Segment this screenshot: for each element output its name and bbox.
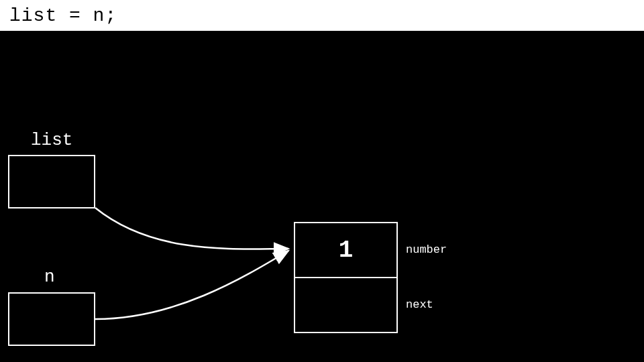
node-number-field-label: number <box>406 243 447 256</box>
pointer-n-box <box>8 292 95 346</box>
pointer-list-box <box>8 155 95 208</box>
node-next-cell <box>295 278 396 332</box>
diagram-canvas: list n 1 number next <box>0 31 644 362</box>
pointer-list-label: list <box>31 130 72 150</box>
arrow-n-to-node <box>95 251 288 319</box>
node-next-field-label: next <box>406 298 433 311</box>
node-value: 1 <box>339 237 354 264</box>
node-struct: 1 number next <box>294 222 398 333</box>
arrow-list-to-node <box>95 208 288 249</box>
pointer-n-label: n <box>44 267 55 287</box>
node-number-cell: 1 <box>295 223 396 277</box>
code-header: list = n; <box>0 0 644 31</box>
code-line: list = n; <box>9 5 117 26</box>
